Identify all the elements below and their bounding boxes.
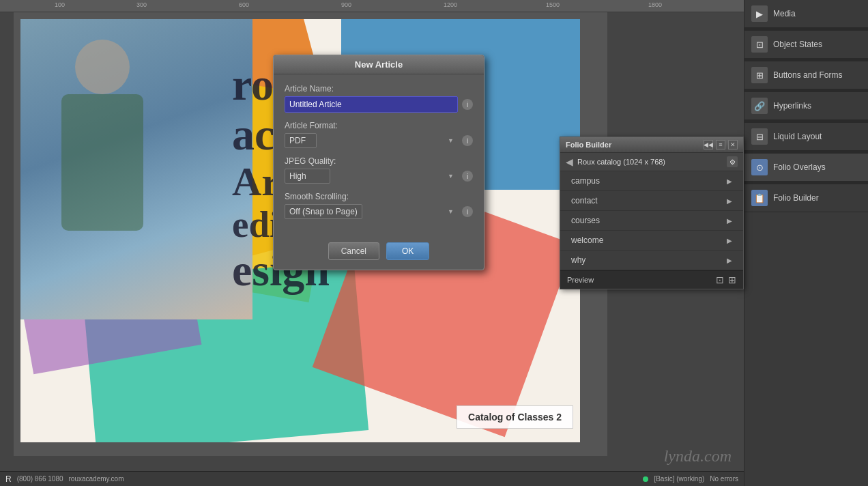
panel-label-object-states: Object States xyxy=(773,40,822,49)
liquid-layout-icon: ⊟ xyxy=(751,128,768,145)
hyperlinks-icon: 🔗 xyxy=(751,98,768,114)
article-format-select[interactable]: PDF HTML xyxy=(285,133,317,148)
cancel-button[interactable]: Cancel xyxy=(328,242,379,260)
preview-icons: ⊡ ⊞ xyxy=(716,274,736,285)
folio-item-welcome[interactable]: welcome ▶ xyxy=(560,231,743,251)
article-name-label: Article Name: xyxy=(285,84,473,94)
panel-item-folio-overlays[interactable]: ⊙ Folio Overlays xyxy=(744,154,868,182)
catalog-box: Catalog of Classes 2 xyxy=(457,405,573,429)
folio-item-courses-label: courses xyxy=(571,216,727,225)
folio-item-why-arrow: ▶ xyxy=(727,257,732,264)
panel-label-folio-builder: Folio Builder xyxy=(773,193,819,203)
quality-select-arrow: ▼ xyxy=(448,173,454,180)
jpeg-quality-wrapper: Low Medium High Maximum ▼ xyxy=(285,169,458,184)
article-name-input[interactable] xyxy=(285,96,458,113)
folio-builder-panel: Folio Builder ◀◀ ≡ ✕ ◀ Roux catalog (102… xyxy=(560,137,744,289)
folio-expand-btn[interactable]: ◀◀ xyxy=(704,140,713,149)
format-select-arrow: ▼ xyxy=(448,137,454,144)
jpeg-quality-info-icon[interactable]: i xyxy=(462,171,473,182)
panel-label-buttons-forms: Buttons and Forms xyxy=(773,70,842,80)
smooth-scrolling-row: Off (Snap to Page) On ▼ i xyxy=(285,204,473,219)
roux-logo: R xyxy=(5,474,12,484)
folio-settings-icon[interactable]: ⚙ xyxy=(727,156,738,167)
panel-item-folio-builder[interactable]: 📋 Folio Builder xyxy=(744,184,868,212)
folio-close-btn[interactable]: ✕ xyxy=(728,140,738,149)
article-format-label: Article Format: xyxy=(285,121,473,130)
website: rouxacademy.com xyxy=(69,475,124,483)
jpeg-quality-field: JPEG Quality: Low Medium High Maximum ▼ … xyxy=(285,156,473,184)
folio-preview-bar: Preview ⊡ ⊞ xyxy=(560,270,743,289)
folio-item-contact[interactable]: contact ▶ xyxy=(560,191,743,211)
folio-item-welcome-label: welcome xyxy=(571,235,727,245)
jpeg-quality-select[interactable]: Low Medium High Maximum xyxy=(285,169,330,184)
status-indicator xyxy=(643,476,648,482)
panel-item-object-states[interactable]: ⊡ Object States xyxy=(744,31,868,59)
article-name-field: Article Name: i xyxy=(285,84,473,113)
scrolling-select-arrow: ▼ xyxy=(448,208,454,215)
folio-back-arrow[interactable]: ◀ xyxy=(566,156,573,167)
smooth-scrolling-field: Smooth Scrolling: Off (Snap to Page) On … xyxy=(285,192,473,219)
preview-label: Preview xyxy=(567,276,594,284)
media-icon: ▶ xyxy=(751,5,768,22)
panel-item-media[interactable]: ▶ Media xyxy=(744,0,868,28)
jpeg-quality-row: Low Medium High Maximum ▼ i xyxy=(285,169,473,184)
article-format-wrapper: PDF HTML ▼ xyxy=(285,133,458,148)
folio-item-courses-arrow: ▶ xyxy=(727,217,732,225)
folio-item-campus[interactable]: campus ▶ xyxy=(560,171,743,191)
right-panel: ▶ Media ⊡ Object States ⊞ Buttons and Fo… xyxy=(744,0,868,486)
smooth-scrolling-wrapper: Off (Snap to Page) On ▼ xyxy=(285,204,458,219)
folio-builder-icon: 📋 xyxy=(751,190,768,206)
folio-item-campus-label: campus xyxy=(571,176,727,186)
article-format-field: Article Format: PDF HTML ▼ i xyxy=(285,121,473,148)
folio-item-courses[interactable]: courses ▶ xyxy=(560,211,743,231)
panel-label-media: Media xyxy=(773,9,796,18)
object-states-icon: ⊡ xyxy=(751,36,768,53)
folio-catalog-name: Roux catalog (1024 x 768) xyxy=(577,158,723,166)
buttons-forms-icon: ⊞ xyxy=(751,67,768,83)
error-status: No errors xyxy=(710,475,738,483)
phone-number: (800) 866 1080 xyxy=(17,475,63,483)
folio-builder-controls: ◀◀ ≡ ✕ xyxy=(704,140,738,149)
panel-label-liquid-layout: Liquid Layout xyxy=(773,132,822,141)
dialog-body: Article Name: i Article Format: PDF HTML… xyxy=(274,74,484,237)
smooth-scrolling-info-icon[interactable]: i xyxy=(462,206,473,217)
panel-item-liquid-layout[interactable]: ⊟ Liquid Layout xyxy=(744,123,868,151)
article-format-row: PDF HTML ▼ i xyxy=(285,133,473,148)
ok-button[interactable]: OK xyxy=(386,242,429,260)
folio-items-list: campus ▶ contact ▶ courses ▶ welcome ▶ w… xyxy=(560,171,743,270)
folio-builder-title: Folio Builder xyxy=(566,141,611,149)
preview-desktop-icon[interactable]: ⊡ xyxy=(716,274,724,285)
folio-builder-titlebar: Folio Builder ◀◀ ≡ ✕ xyxy=(560,137,743,153)
jpeg-quality-label: JPEG Quality: xyxy=(285,156,473,166)
folio-item-welcome-arrow: ▶ xyxy=(727,237,732,244)
bottom-toolbar: R (800) 866 1080 rouxacademy.com [Basic]… xyxy=(0,471,744,486)
dialog-buttons: Cancel OK xyxy=(274,237,484,270)
folio-item-why-label: why xyxy=(571,255,727,265)
smooth-scrolling-label: Smooth Scrolling: xyxy=(285,192,473,201)
catalog-text: Catalog of Classes 2 xyxy=(468,412,562,423)
folio-item-why[interactable]: why ▶ xyxy=(560,251,743,270)
folio-back-row: ◀ Roux catalog (1024 x 768) ⚙ xyxy=(560,153,743,171)
new-article-dialog: New Article Article Name: i Article Form… xyxy=(273,55,484,270)
folio-menu-btn[interactable]: ≡ xyxy=(716,140,725,149)
panel-item-hyperlinks[interactable]: 🔗 Hyperlinks xyxy=(744,92,868,120)
article-name-row: i xyxy=(285,96,473,113)
panel-label-hyperlinks: Hyperlinks xyxy=(773,101,811,111)
working-state: [Basic] (working) xyxy=(654,475,704,483)
folio-overlays-icon: ⊙ xyxy=(751,159,768,175)
article-format-info-icon[interactable]: i xyxy=(462,135,473,146)
ruler-top: 100 300 600 900 1200 1500 1800 xyxy=(0,0,744,12)
dialog-title: New Article xyxy=(355,59,403,70)
dialog-titlebar: New Article xyxy=(274,55,484,74)
preview-tablet-icon[interactable]: ⊞ xyxy=(728,274,736,285)
folio-item-contact-label: contact xyxy=(571,196,727,205)
panel-item-buttons-forms[interactable]: ⊞ Buttons and Forms xyxy=(744,61,868,89)
smooth-scrolling-select[interactable]: Off (Snap to Page) On xyxy=(285,204,362,219)
person-image xyxy=(20,19,252,319)
lynda-watermark: lynda.com xyxy=(664,447,732,466)
article-name-info-icon[interactable]: i xyxy=(462,99,473,110)
panel-label-folio-overlays: Folio Overlays xyxy=(773,162,826,172)
folio-item-contact-arrow: ▶ xyxy=(727,197,732,205)
folio-item-campus-arrow: ▶ xyxy=(727,177,732,185)
